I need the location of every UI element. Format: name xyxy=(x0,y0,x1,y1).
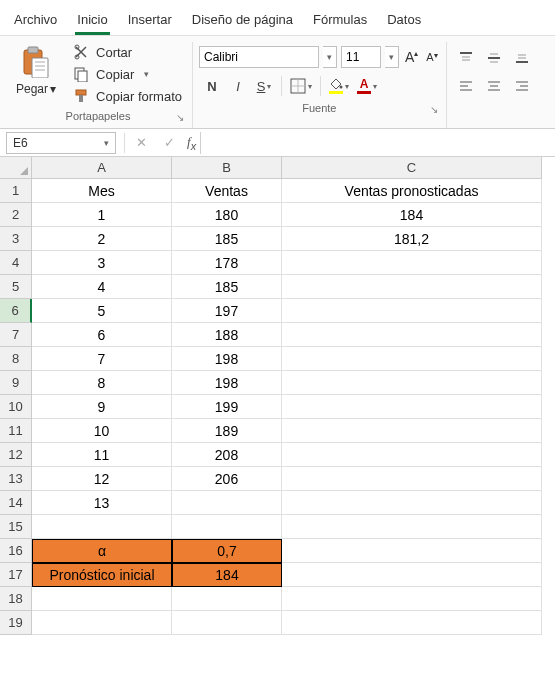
row-header[interactable]: 3 xyxy=(0,227,32,251)
cell[interactable]: 180 xyxy=(172,203,282,227)
cell[interactable]: 184 xyxy=(172,563,282,587)
cell[interactable]: Ventas xyxy=(172,179,282,203)
menu-datos[interactable]: Datos xyxy=(377,6,431,35)
align-left-button[interactable] xyxy=(453,74,479,98)
row-header[interactable]: 11 xyxy=(0,419,32,443)
cell[interactable] xyxy=(282,251,542,275)
row-header[interactable]: 1 xyxy=(0,179,32,203)
bold-button[interactable]: N xyxy=(199,74,225,98)
cell[interactable]: 208 xyxy=(172,443,282,467)
align-top-button[interactable] xyxy=(453,46,479,70)
cell[interactable] xyxy=(282,347,542,371)
cell[interactable] xyxy=(282,395,542,419)
cell[interactable]: 8 xyxy=(32,371,172,395)
cell[interactable] xyxy=(32,587,172,611)
cell[interactable]: 12 xyxy=(32,467,172,491)
cell[interactable]: 184 xyxy=(282,203,542,227)
font-size-input[interactable] xyxy=(341,46,381,68)
row-header[interactable]: 6 xyxy=(0,299,32,323)
cell[interactable]: 189 xyxy=(172,419,282,443)
row-header[interactable]: 7 xyxy=(0,323,32,347)
column-header-C[interactable]: C xyxy=(282,157,542,179)
fill-color-button[interactable]: ▾ xyxy=(325,74,353,98)
cell[interactable] xyxy=(282,539,542,563)
cell[interactable]: 10 xyxy=(32,419,172,443)
cell[interactable]: 185 xyxy=(172,275,282,299)
cell[interactable] xyxy=(282,467,542,491)
cell[interactable] xyxy=(172,587,282,611)
format-painter-button[interactable]: Copiar formato xyxy=(68,86,186,106)
row-header[interactable]: 17 xyxy=(0,563,32,587)
cell[interactable] xyxy=(172,515,282,539)
cell[interactable]: 4 xyxy=(32,275,172,299)
cell[interactable]: Ventas pronosticadas xyxy=(282,179,542,203)
row-header[interactable]: 12 xyxy=(0,443,32,467)
name-box[interactable]: E6 ▾ xyxy=(6,132,116,154)
row-header[interactable]: 13 xyxy=(0,467,32,491)
formula-input[interactable] xyxy=(200,132,555,154)
cell[interactable]: Mes xyxy=(32,179,172,203)
cell[interactable]: 5 xyxy=(32,299,172,323)
paste-button[interactable]: Pegar▾ xyxy=(10,42,62,100)
cell[interactable] xyxy=(172,491,282,515)
cell[interactable]: 198 xyxy=(172,371,282,395)
row-header[interactable]: 8 xyxy=(0,347,32,371)
row-header[interactable]: 18 xyxy=(0,587,32,611)
accept-formula-button[interactable]: ✓ xyxy=(155,131,183,155)
align-middle-button[interactable] xyxy=(481,46,507,70)
borders-button[interactable]: ▾ xyxy=(286,74,316,98)
cell[interactable]: 206 xyxy=(172,467,282,491)
menu-diseno[interactable]: Diseño de página xyxy=(182,6,303,35)
cell[interactable]: 7 xyxy=(32,347,172,371)
cell[interactable]: 197 xyxy=(172,299,282,323)
cell[interactable] xyxy=(282,299,542,323)
cell[interactable]: 1 xyxy=(32,203,172,227)
cell[interactable] xyxy=(282,371,542,395)
decrease-font-size-button[interactable]: A▾ xyxy=(424,51,439,63)
fx-icon[interactable]: fx xyxy=(187,134,196,152)
cell[interactable]: 185 xyxy=(172,227,282,251)
menu-archivo[interactable]: Archivo xyxy=(4,6,67,35)
column-header-A[interactable]: A xyxy=(32,157,172,179)
italic-button[interactable]: I xyxy=(225,74,251,98)
cell[interactable]: 9 xyxy=(32,395,172,419)
cell[interactable] xyxy=(32,515,172,539)
cell[interactable]: 0,7 xyxy=(172,539,282,563)
cell[interactable] xyxy=(282,443,542,467)
cell[interactable] xyxy=(282,491,542,515)
font-color-button[interactable]: A ▾ xyxy=(353,74,381,98)
cell[interactable] xyxy=(172,611,282,635)
font-name-input[interactable] xyxy=(199,46,319,68)
cell[interactable] xyxy=(282,323,542,347)
cut-button[interactable]: Cortar xyxy=(68,42,186,62)
menu-inicio[interactable]: Inicio xyxy=(67,6,117,35)
cell[interactable]: 188 xyxy=(172,323,282,347)
row-header[interactable]: 9 xyxy=(0,371,32,395)
cell[interactable] xyxy=(282,611,542,635)
cell[interactable]: 181,2 xyxy=(282,227,542,251)
row-header[interactable]: 19 xyxy=(0,611,32,635)
cell[interactable]: 11 xyxy=(32,443,172,467)
cell[interactable]: α xyxy=(32,539,172,563)
row-header[interactable]: 10 xyxy=(0,395,32,419)
font-dialog-launcher[interactable]: ↘ xyxy=(430,104,438,115)
cell[interactable]: 178 xyxy=(172,251,282,275)
row-header[interactable]: 16 xyxy=(0,539,32,563)
font-name-dropdown[interactable]: ▾ xyxy=(323,46,337,68)
cell[interactable]: Pronóstico inicial xyxy=(32,563,172,587)
align-center-button[interactable] xyxy=(481,74,507,98)
cell[interactable] xyxy=(32,611,172,635)
select-all-corner[interactable] xyxy=(0,157,32,179)
row-header[interactable]: 2 xyxy=(0,203,32,227)
increase-font-size-button[interactable]: A▴ xyxy=(403,49,420,65)
font-size-dropdown[interactable]: ▾ xyxy=(385,46,399,68)
align-right-button[interactable] xyxy=(509,74,535,98)
align-bottom-button[interactable] xyxy=(509,46,535,70)
cell[interactable]: 2 xyxy=(32,227,172,251)
cell[interactable]: 199 xyxy=(172,395,282,419)
cell[interactable]: 13 xyxy=(32,491,172,515)
cell[interactable]: 3 xyxy=(32,251,172,275)
row-header[interactable]: 14 xyxy=(0,491,32,515)
row-header[interactable]: 5 xyxy=(0,275,32,299)
cell[interactable]: 6 xyxy=(32,323,172,347)
